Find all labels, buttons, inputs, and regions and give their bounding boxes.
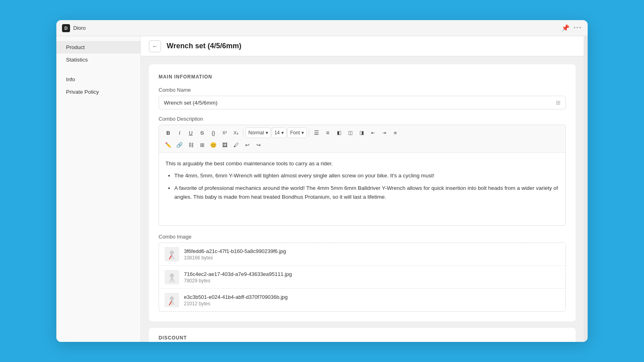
image-thumb-1 [165,247,179,261]
toolbar-italic[interactable]: I [174,128,185,138]
image-item-1: 3f6fedd6-a21c-47f1-b160-5a8c990239f6.jpg… [159,243,566,266]
back-icon: ← [152,43,158,49]
sidebar-item-statistics[interactable]: Statistics [56,53,140,66]
toolbar-underline[interactable]: U [186,128,196,138]
toolbar-row-1: B I U S {} X² X₂ Normal [163,128,561,138]
combo-desc-field: Combo Description B I U S {} X² [159,116,566,226]
toolbar-indent-left[interactable]: ⇤ [367,128,378,138]
image-size-2: 78029 bytes [184,278,292,284]
sidebar-item-info[interactable]: Info [56,73,140,86]
editor-content[interactable]: This is arguably the best combo maintena… [159,153,566,225]
scrollbar[interactable] [584,36,588,342]
svg-point-0 [170,251,174,255]
app-window: D Dioro 📌 ··· Product Statistics Info Pr… [56,20,588,342]
combo-image-field: Combo Image [159,234,566,312]
image-info-3: e3c3b501-e024-41b4-abff-d370f709036b.jpg… [184,294,288,306]
main-content: ← Wrench set (4/5/6mm) MAIN INFORMATION … [141,36,584,342]
list-item-2: A favorite of professional mechanics aro… [174,184,559,201]
page-title: Wrench set (4/5/6mm) [167,42,242,50]
titlebar: D Dioro 📌 ··· [56,20,588,36]
app-name: Dioro [73,25,561,31]
style-arrow: ▾ [266,130,268,136]
editor-list: The 4mm, 5mm, 6mm Y-Wrench will tighten … [165,171,559,202]
toolbar-table[interactable]: ⊞ [197,140,207,150]
image-info-2: 716c4ec2-ae17-403d-a7e9-43633ea95111.jpg… [184,271,292,284]
combo-name-label: Combo Name [159,87,566,93]
toolbar-ordered-list[interactable]: ≡ [322,128,333,138]
toolbar-divider-2 [309,129,309,136]
toolbar-bullet-list[interactable]: ☰ [311,128,322,138]
more-icon[interactable]: ··· [574,24,582,32]
image-list: 3f6fedd6-a21c-47f1-b160-5a8c990239f6.jpg… [159,243,566,312]
image-size-3: 21012 bytes [184,301,288,306]
section-title-main-info: MAIN INFORMATION [159,74,566,80]
image-info-1: 3f6fedd6-a21c-47f1-b160-5a8c990239f6.jpg… [184,248,286,261]
toolbar-align-right[interactable]: ◨ [356,128,367,138]
image-name-2: 716c4ec2-ae17-403d-a7e9-43633ea95111.jpg [184,271,292,277]
toolbar-unlink[interactable]: ⛓ [186,140,196,150]
size-arrow: ▾ [281,130,284,136]
combo-image-label: Combo Image [159,234,566,240]
sidebar-item-product[interactable]: Product [56,41,140,53]
image-item-2: 716c4ec2-ae17-403d-a7e9-43633ea95111.jpg… [159,266,566,289]
list-item-1: The 4mm, 5mm, 6mm Y-Wrench will tighten … [174,171,559,180]
titlebar-icons: 📌 ··· [561,24,582,32]
editor-wrapper: B I U S {} X² X₂ Normal [159,125,566,226]
pin-icon[interactable]: 📌 [561,24,570,32]
image-item-3: e3c3b501-e024-41b4-abff-d370f709036b.jpg… [159,289,566,311]
back-button[interactable]: ← [149,40,161,52]
toolbar-redo[interactable]: ↪ [253,140,264,150]
toolbar-pencil[interactable]: ✏️ [163,140,173,150]
toolbar-image[interactable]: 🖼 [219,140,230,150]
toolbar-align-left[interactable]: ◧ [334,128,344,138]
toolbar-align-center[interactable]: ◫ [345,128,355,138]
toolbar-highlight[interactable]: 🖊 [231,140,241,150]
discount-card: DISCOUNT [149,328,576,342]
toolbar-code[interactable]: {} [208,128,219,138]
toolbar-font-select[interactable]: Font ▾ [287,128,307,138]
sidebar-item-private-policy[interactable]: Private Policy [56,86,140,98]
font-arrow: ▾ [301,130,304,136]
toolbar-divider-1 [243,129,244,136]
editor-paragraph: This is arguably the best combo maintena… [165,159,559,168]
image-name-1: 3f6fedd6-a21c-47f1-b160-5a8c990239f6.jpg [184,248,286,254]
sidebar-divider [56,66,140,73]
editor-toolbar: B I U S {} X² X₂ Normal [159,125,566,153]
toolbar-emoji[interactable]: 😊 [208,140,219,150]
image-thumb-2 [165,270,179,284]
toolbar-link[interactable]: 🔗 [174,140,185,150]
style-value: Normal [248,130,264,136]
image-name-3: e3c3b501-e024-41b4-abff-d370f709036b.jpg [184,294,288,300]
toolbar-bold[interactable]: B [163,128,173,138]
toolbar-row-2: ✏️ 🔗 ⛓ ⊞ 😊 🖼 🖊 ↩ ↪ [163,140,561,150]
toolbar-justify[interactable]: ≡ [390,128,400,138]
toolbar-subscript[interactable]: X₂ [231,128,241,138]
app-body: Product Statistics Info Private Policy ←… [56,36,588,342]
section-title-discount: DISCOUNT [159,335,566,341]
image-size-1: 108166 bytes [184,255,286,261]
font-value: Font [290,130,300,136]
image-thumb-3 [165,293,179,307]
combo-name-input[interactable]: Wrench set (4/5/6mm) ⊞ [159,96,566,109]
toolbar-indent-right[interactable]: ⇥ [379,128,389,138]
combo-name-value: Wrench set (4/5/6mm) [164,100,217,106]
toolbar-style-select[interactable]: Normal ▾ [246,128,271,138]
input-copy-icon: ⊞ [556,99,561,106]
toolbar-strikethrough[interactable]: S [197,128,207,138]
sidebar: Product Statistics Info Private Policy [56,36,141,342]
content-area: MAIN INFORMATION Combo Name Wrench set (… [141,56,584,342]
combo-desc-label: Combo Description [159,116,566,122]
app-logo: D [62,24,70,32]
toolbar-undo[interactable]: ↩ [242,140,252,150]
main-info-card: MAIN INFORMATION Combo Name Wrench set (… [149,64,576,321]
combo-name-field: Combo Name Wrench set (4/5/6mm) ⊞ [159,87,566,109]
svg-point-4 [170,274,174,278]
toolbar-superscript[interactable]: X² [219,128,230,138]
svg-point-8 [170,296,174,300]
topbar: ← Wrench set (4/5/6mm) [141,36,584,56]
size-value: 14 [275,130,280,136]
toolbar-size-select[interactable]: 14 ▾ [272,128,287,138]
